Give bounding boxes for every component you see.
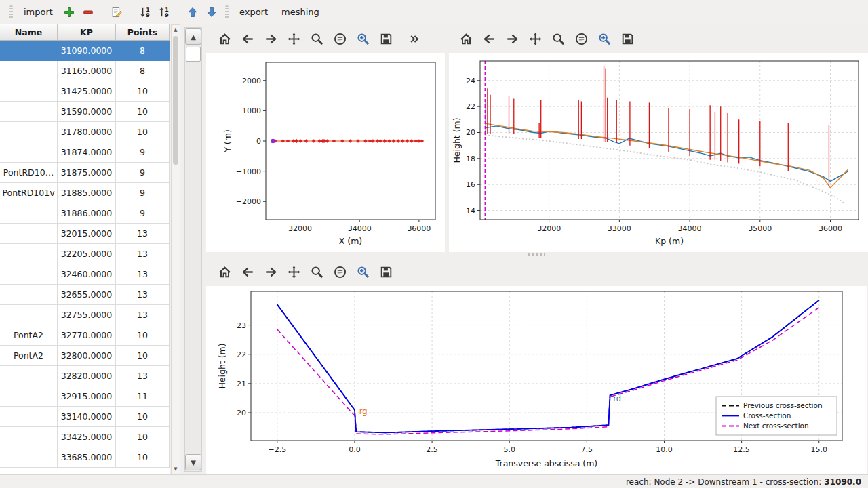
plan-toolbar — [205, 24, 446, 53]
table-row[interactable]: 31165.00008 — [0, 61, 170, 81]
svg-text:36000: 36000 — [818, 224, 842, 233]
column-header-name[interactable]: Name — [0, 24, 58, 40]
cell-kp: 31874.0000 — [58, 142, 116, 163]
svg-text:Height (m): Height (m) — [217, 343, 227, 388]
table-row[interactable]: 31886.00009 — [0, 203, 170, 224]
back-icon[interactable] — [237, 28, 258, 49]
back-icon[interactable] — [479, 28, 499, 49]
longitudinal-profile-panel: 3200033000340003500036000141618202224Kp … — [446, 24, 868, 252]
zoom-icon[interactable] — [307, 262, 327, 282]
svg-text:20: 20 — [237, 409, 246, 418]
navigate-down-button[interactable]: ▼ — [185, 454, 201, 470]
table-row[interactable]: PontRD10…31875.00009 — [0, 163, 170, 183]
table-row[interactable]: PontA232800.000010 — [0, 346, 170, 366]
move-up-icon[interactable] — [184, 4, 201, 20]
table-row[interactable]: 32915.000011 — [0, 386, 170, 407]
table-row[interactable]: 33425.000010 — [0, 427, 170, 447]
pan-icon[interactable] — [283, 262, 304, 282]
menu-export[interactable]: export — [233, 4, 275, 20]
column-header-kp[interactable]: KP — [58, 24, 116, 40]
table-row[interactable]: PontA232770.000010 — [0, 325, 170, 346]
back-icon[interactable] — [237, 262, 258, 282]
navigator-thumb[interactable] — [186, 47, 201, 62]
cell-kp: 32800.0000 — [58, 346, 116, 366]
cell-name — [0, 61, 58, 81]
forward-icon[interactable] — [260, 262, 281, 282]
home-icon[interactable] — [214, 262, 235, 282]
cell-kp: 32460.0000 — [58, 264, 116, 285]
add-cross-section-icon[interactable] — [61, 4, 77, 20]
navigate-up-button[interactable]: ▲ — [185, 28, 201, 45]
cross-section-chart[interactable]: rgrd−2.50.02.55.07.510.012.515.020212223… — [206, 286, 867, 474]
table-row[interactable]: 31874.00009 — [0, 142, 170, 163]
cross-section-table: Name KP Points 31090.0000831165.00008314… — [0, 24, 170, 474]
zoom-region-icon[interactable] — [594, 28, 614, 49]
edit-cross-section-icon[interactable] — [108, 4, 125, 20]
table-row[interactable]: 33140.000010 — [0, 407, 170, 427]
configure-subplots-icon[interactable] — [571, 28, 591, 49]
table-row[interactable]: 32655.000013 — [0, 285, 170, 305]
svg-text:10.0: 10.0 — [656, 445, 673, 454]
cell-name — [0, 264, 58, 285]
cell-name — [0, 407, 58, 427]
zoom-region-icon[interactable] — [353, 262, 373, 282]
table-row[interactable]: 33685.000010 — [0, 447, 170, 468]
svg-text:−1000: −1000 — [236, 167, 261, 176]
scroll-up-arrow-icon[interactable]: ▲ — [172, 25, 180, 35]
cell-points: 13 — [116, 285, 170, 305]
move-down-icon[interactable] — [203, 4, 220, 20]
zoom-icon[interactable] — [548, 28, 568, 49]
cell-points: 10 — [116, 447, 170, 468]
svg-text:23: 23 — [237, 321, 246, 330]
scroll-down-arrow-icon[interactable]: ▼ — [172, 464, 180, 474]
svg-text:24: 24 — [466, 77, 475, 85]
table-scrollbar-thumb[interactable] — [173, 36, 178, 165]
table-scrollbar[interactable]: ▲ ▼ — [171, 24, 180, 474]
table-row[interactable]: 31590.000010 — [0, 102, 170, 122]
table-row[interactable]: 32015.000013 — [0, 224, 170, 244]
sort-ascending-icon[interactable]: 19 — [156, 4, 172, 20]
zoom-region-icon[interactable] — [353, 28, 373, 49]
plots-area: 320003400036000−2000−1000010002000X (m)Y… — [205, 24, 868, 474]
section-navigator-scrollbar[interactable]: ▲ ▼ — [184, 27, 202, 472]
table-row[interactable]: 32205.000013 — [0, 244, 170, 264]
cell-name — [0, 81, 58, 102]
cell-kp: 32820.0000 — [58, 366, 116, 386]
plan-chart[interactable]: 320003400036000−2000−1000010002000X (m)Y… — [206, 53, 445, 252]
table-row[interactable]: PontRD101v31885.00009 — [0, 183, 170, 203]
cell-points: 10 — [116, 407, 170, 427]
sort-descending-icon[interactable]: 19 — [137, 4, 153, 20]
table-row[interactable]: 32820.000013 — [0, 366, 170, 386]
svg-text:0.0: 0.0 — [349, 445, 361, 454]
forward-icon[interactable] — [502, 28, 522, 49]
toolbar-grip[interactable] — [9, 5, 13, 19]
pan-icon[interactable] — [283, 28, 304, 49]
table-row[interactable]: 32755.000013 — [0, 305, 170, 325]
table-row[interactable]: 31780.000010 — [0, 122, 170, 142]
home-icon[interactable] — [456, 28, 476, 49]
save-icon[interactable] — [376, 262, 396, 282]
pan-icon[interactable] — [525, 28, 545, 49]
configure-subplots-icon[interactable] — [330, 28, 350, 49]
profile-toolbar — [446, 24, 868, 53]
table-row[interactable]: 31425.000010 — [0, 81, 170, 102]
menu-import[interactable]: import — [17, 4, 60, 20]
menu-meshing[interactable]: meshing — [275, 4, 326, 20]
zoom-icon[interactable] — [307, 28, 327, 49]
save-icon[interactable] — [376, 28, 396, 49]
table-row[interactable]: 32460.000013 — [0, 264, 170, 285]
column-header-points[interactable]: Points — [116, 24, 170, 40]
remove-cross-section-icon[interactable] — [80, 4, 96, 20]
home-icon[interactable] — [214, 28, 235, 49]
cell-name: PontRD10… — [0, 163, 58, 183]
table-row[interactable]: 31090.00008 — [0, 41, 170, 61]
toolbar-overflow-icon[interactable] — [403, 28, 423, 49]
forward-icon[interactable] — [260, 28, 281, 49]
horizontal-splitter[interactable] — [205, 252, 868, 258]
toolbar-grip-2[interactable] — [225, 5, 229, 19]
save-icon[interactable] — [617, 28, 637, 49]
plan-view-panel: 320003400036000−2000−1000010002000X (m)Y… — [205, 24, 446, 252]
profile-chart[interactable]: 3200033000340003500036000141618202224Kp … — [449, 53, 868, 252]
cell-kp: 31875.0000 — [58, 163, 116, 183]
configure-subplots-icon[interactable] — [330, 262, 350, 282]
